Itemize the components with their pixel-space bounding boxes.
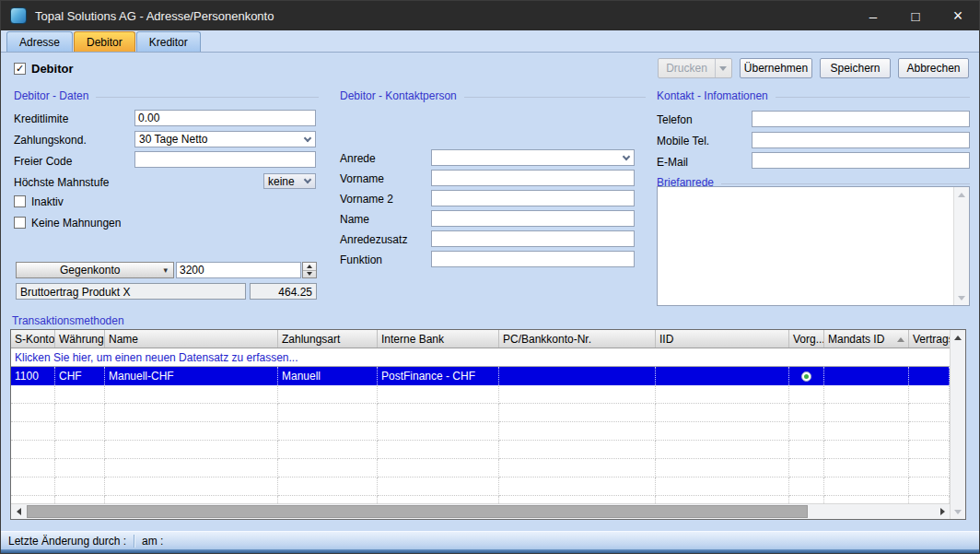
scroll-left-icon (17, 508, 21, 515)
group-kontaktperson-title: Debitor - Kontaktperson (340, 89, 457, 102)
column-header-waehrung[interactable]: Währung (55, 330, 105, 348)
chevron-down-icon (623, 152, 630, 159)
name-input[interactable] (431, 210, 635, 227)
column-header-iid[interactable]: IID (656, 330, 789, 348)
scroll-up-button[interactable] (951, 330, 965, 345)
uebernehmen-button[interactable]: Übernehmen (740, 58, 812, 78)
freier-code-input[interactable] (134, 151, 316, 168)
funktion-label: Funktion (340, 253, 382, 266)
column-header-vorgabe[interactable]: Vorg... (789, 330, 824, 348)
spinner-down-button[interactable] (303, 271, 316, 278)
cell-mandats-id (824, 367, 909, 385)
scroll-right-button[interactable] (935, 504, 950, 519)
cell-zahlungsart: Manuell (278, 367, 378, 385)
default-radio-icon (801, 371, 811, 382)
group-kontakt-info: Kontakt - Infomationen (657, 89, 970, 102)
cell-name: Manuell-CHF (105, 367, 278, 385)
close-button[interactable]: × (937, 1, 979, 30)
app-window: Topal Solutions AG - Adresse/Personenkon… (0, 0, 980, 554)
vorname-label: Vorname (340, 172, 384, 185)
sort-ascending-icon (897, 337, 904, 342)
cell-s-konto: 1100 (11, 367, 55, 385)
anrede-label: Anrede (340, 152, 376, 165)
debitor-checkbox[interactable]: ✓ (14, 63, 26, 75)
cell-waehrung: CHF (55, 367, 105, 385)
modified-by-label: Letzte Änderung durch : (8, 535, 126, 548)
scroll-down-icon (954, 510, 962, 514)
cell-interne-bank: PostFinance - CHF (378, 367, 499, 385)
column-header-mandats-id[interactable]: Mandats ID (824, 330, 909, 348)
speichern-label: Speichern (830, 62, 880, 75)
statusbar-edge (1, 549, 979, 553)
cell-vorgabe (789, 367, 824, 385)
grid-vertical-scrollbar[interactable] (950, 330, 965, 519)
scroll-up-button[interactable] (954, 187, 969, 202)
drucken-dropdown-arrow[interactable] (715, 59, 731, 77)
scroll-down-button[interactable] (954, 290, 969, 305)
debitor-checkbox-label: Debitor (31, 62, 74, 76)
inaktiv-checkbox[interactable] (14, 195, 26, 207)
chevron-down-icon (304, 134, 311, 141)
new-record-row[interactable]: Klicken Sie hier, um einen neuen Datensa… (11, 348, 950, 367)
maximize-button[interactable]: □ (894, 1, 937, 30)
table-row-selected[interactable]: 1100 CHF Manuell-CHF Manuell PostFinance… (11, 367, 950, 385)
anrede-select[interactable] (431, 149, 635, 166)
group-line (96, 97, 319, 98)
column-header-vertrags[interactable]: Vertrags... (909, 330, 950, 348)
email-input[interactable] (752, 152, 970, 169)
gegenkonto-input[interactable] (176, 262, 301, 278)
table-row-empty (11, 459, 950, 477)
briefanrede-textarea[interactable] (657, 186, 970, 306)
kreditlimite-input[interactable] (134, 110, 316, 126)
column-header-interne-bank[interactable]: Interne Bank (378, 330, 499, 348)
dropdown-arrow-icon: ▾ (163, 265, 173, 275)
table-row-empty (11, 422, 950, 441)
speichern-button[interactable]: Speichern (820, 58, 891, 78)
telefon-input[interactable] (752, 111, 970, 127)
column-header-pc-bankkonto[interactable]: PC/Bankkonto-Nr. (499, 330, 656, 348)
scroll-up-icon (954, 336, 962, 340)
abbrechen-button[interactable]: Abbrechen (898, 58, 969, 78)
window-title: Topal Solutions AG - Adresse/Personenkon… (35, 9, 274, 23)
close-icon: × (953, 6, 963, 26)
group-transaktionsmethoden: Transaktionsmethoden (12, 314, 288, 327)
mobile-input[interactable] (752, 132, 970, 148)
mahnstufe-select[interactable]: keine (263, 173, 316, 189)
scroll-down-button[interactable] (951, 504, 965, 519)
keine-mahnungen-checkbox[interactable] (14, 217, 26, 229)
cell-vertrags (909, 367, 950, 385)
table-row-empty (11, 496, 950, 503)
scroll-left-button[interactable] (11, 504, 26, 519)
grid-empty-rows (11, 385, 950, 503)
column-header-zahlungsart[interactable]: Zahlungsart (278, 330, 378, 348)
tab-debitor[interactable]: Debitor (74, 31, 135, 52)
kontoname-field: Bruttoertrag Produkt X (16, 283, 246, 300)
minimize-button[interactable]: – (852, 1, 894, 30)
zahlungskond-value: 30 Tage Netto (139, 133, 208, 146)
mahnstufe-value: keine (268, 175, 295, 188)
grid-horizontal-scrollbar[interactable] (11, 503, 950, 519)
mahnstufe-label: Höchste Mahnstufe (14, 176, 109, 189)
drucken-button[interactable]: Drucken (658, 58, 732, 78)
zahlungskond-select[interactable]: 30 Tage Netto (134, 131, 316, 147)
telefon-label: Telefon (657, 113, 693, 126)
table-row-empty (11, 385, 950, 404)
gegenkonto-dropdown-button[interactable]: Gegenkonto ▾ (16, 262, 174, 278)
funktion-input[interactable] (431, 251, 635, 267)
vorname-input[interactable] (431, 170, 635, 186)
spinner-up-icon (307, 265, 312, 268)
maximize-icon: □ (911, 8, 919, 24)
scrollbar-thumb[interactable] (27, 505, 808, 518)
abbrechen-label: Abbrechen (906, 62, 960, 75)
statusbar: Letzte Änderung durch : am : (1, 531, 979, 553)
column-header-s-konto[interactable]: S-Konto (11, 330, 55, 348)
tab-adresse[interactable]: Adresse (6, 31, 73, 52)
vorname2-input[interactable] (431, 190, 635, 206)
spinner-up-button[interactable] (303, 263, 316, 271)
group-line (464, 97, 646, 98)
anredezusatz-label: Anredezusatz (340, 233, 407, 246)
anredezusatz-input[interactable] (431, 230, 635, 247)
column-header-name[interactable]: Name (105, 330, 278, 348)
briefanrede-scrollbar[interactable] (953, 187, 969, 305)
tab-kreditor[interactable]: Kreditor (136, 31, 201, 52)
